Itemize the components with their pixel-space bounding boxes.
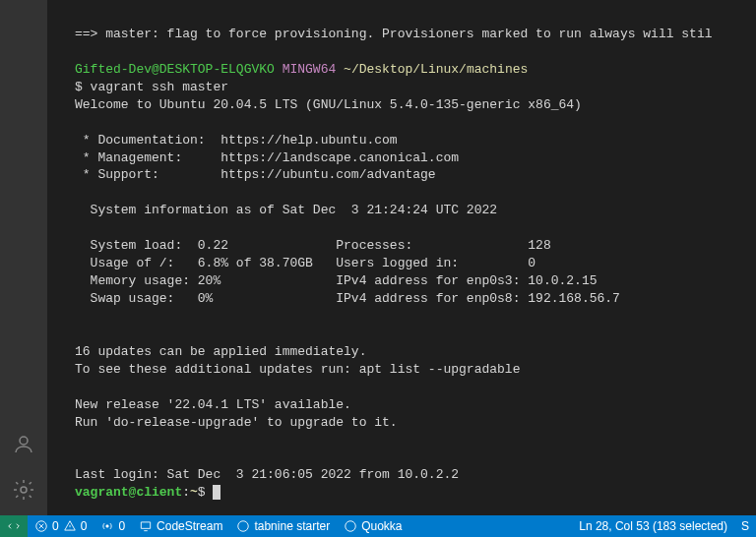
cursor-position[interactable]: Ln 28, Col 53 (183 selected) <box>572 519 734 533</box>
output-line: To see these additional updates run: apt… <box>75 362 520 377</box>
output-line: * Support: https://ubuntu.com/advantage <box>75 167 436 182</box>
output-line: New release '22.04.1 LTS' available. <box>75 397 351 412</box>
problems-indicator[interactable]: 0 0 <box>28 515 94 537</box>
output-line: Usage of /: 6.8% of 38.70GB Users logged… <box>75 256 536 270</box>
output-line: Run 'do-release-upgrade' to upgrade to i… <box>75 415 398 430</box>
ports-count: 0 <box>118 519 125 533</box>
output-line: * Documentation: https://help.ubuntu.com <box>75 133 398 148</box>
svg-point-1 <box>21 487 27 493</box>
terminal-panel[interactable]: ==> master: flag to force provisioning. … <box>47 0 756 515</box>
ssh-colon: : <box>182 485 190 500</box>
ssh-dollar: $ <box>198 485 214 500</box>
status-extra[interactable]: S <box>734 519 756 533</box>
errors-count: 0 <box>52 519 59 533</box>
output-line: Last login: Sat Dec 3 21:06:05 2022 from… <box>75 467 459 482</box>
settings-gear-icon[interactable] <box>12 478 35 506</box>
output-line: Swap usage: 0% IPv4 address for enp0s8: … <box>75 291 620 306</box>
prompt-path: ~/Desktop/Linux/machines <box>344 62 528 77</box>
broadcast-icon <box>100 519 114 533</box>
output-line: System load: 0.22 Processes: 128 <box>75 238 551 253</box>
cursor-position-label: Ln 28, Col 53 (183 selected) <box>579 519 727 533</box>
status-bar: 0 0 0 CodeStream tabnine starter Quokka … <box>0 515 756 537</box>
quokka-button[interactable]: Quokka <box>337 515 409 537</box>
output-line: Welcome to Ubuntu 20.04.5 LTS (GNU/Linux… <box>75 97 582 112</box>
output-line: * Management: https://landscape.canonica… <box>75 150 459 165</box>
output-line: Memory usage: 20% IPv4 address for enp0s… <box>75 273 598 288</box>
ssh-prompt: vagrant@client:~$ <box>75 485 220 500</box>
ssh-user-host: vagrant@client <box>75 485 182 500</box>
terminal-cursor <box>213 485 220 500</box>
remote-indicator[interactable] <box>0 515 28 537</box>
codestream-icon <box>139 519 153 533</box>
quokka-icon <box>344 519 357 533</box>
prompt-line: Gifted-Dev@DESKTOP-ELQGVKO MINGW64 ~/Des… <box>75 62 528 77</box>
activity-bar <box>0 0 47 515</box>
prompt-user-host: Gifted-Dev@DESKTOP-ELQGVKO <box>75 62 275 77</box>
accounts-icon[interactable] <box>12 433 35 460</box>
tabnine-label: tabnine starter <box>254 519 330 533</box>
output-line: System information as of Sat Dec 3 21:24… <box>75 203 497 217</box>
command-line: $ vagrant ssh master <box>75 80 228 94</box>
warnings-count: 0 <box>81 519 88 533</box>
svg-point-3 <box>106 525 108 527</box>
prompt-env: MINGW64 <box>283 62 337 77</box>
status-extra-label: S <box>741 519 749 533</box>
codestream-label: CodeStream <box>157 519 222 533</box>
tabnine-button[interactable]: tabnine starter <box>229 515 337 537</box>
ssh-path: ~ <box>190 485 198 500</box>
quokka-label: Quokka <box>361 519 402 533</box>
codestream-button[interactable]: CodeStream <box>132 515 229 537</box>
warning-icon <box>63 519 77 533</box>
output-line: ==> master: flag to force provisioning. … <box>75 27 713 41</box>
error-icon <box>34 519 48 533</box>
output-line: 16 updates can be applied immediately. <box>75 344 366 359</box>
svg-point-5 <box>346 521 356 532</box>
svg-point-4 <box>238 521 249 532</box>
tabnine-icon <box>236 519 250 533</box>
ports-indicator[interactable]: 0 <box>94 515 132 537</box>
svg-point-0 <box>20 437 28 445</box>
